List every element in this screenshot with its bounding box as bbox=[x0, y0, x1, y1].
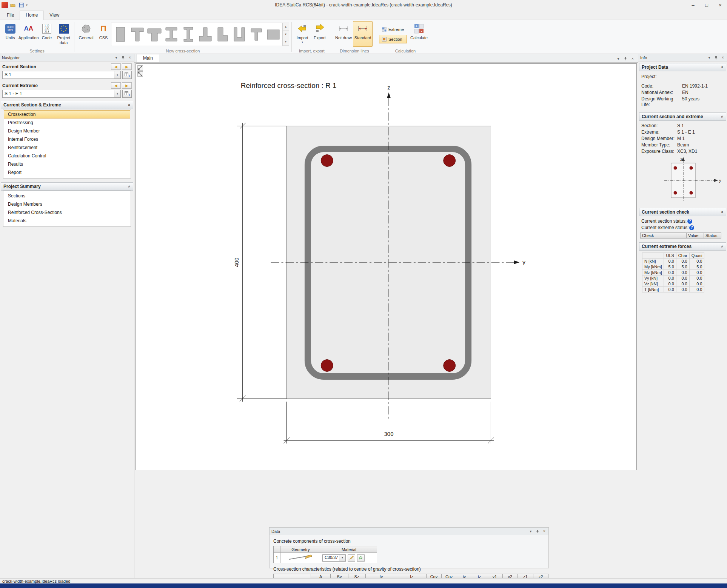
zoom-extents-icon[interactable] bbox=[137, 65, 143, 71]
export-button[interactable]: Export bbox=[311, 21, 328, 47]
tab-file[interactable]: File bbox=[1, 11, 20, 20]
collapse-icon[interactable]: « bbox=[720, 115, 725, 118]
cross-section-template-rect[interactable] bbox=[112, 24, 128, 45]
current-extreme-forces-header[interactable]: Current extreme forces « bbox=[639, 242, 726, 251]
project-data-header[interactable]: Project Data « bbox=[639, 63, 726, 71]
cross-section-template-slab[interactable] bbox=[265, 24, 281, 45]
navigator-dropdown-icon[interactable]: ▾ bbox=[114, 55, 119, 60]
section-prev-button[interactable]: ◀ bbox=[111, 63, 121, 70]
zoom-window-icon[interactable] bbox=[137, 71, 143, 77]
gallery-more-icon[interactable]: ▾ bbox=[283, 38, 289, 46]
data-dropdown-icon[interactable]: ▾ bbox=[528, 529, 533, 534]
save-icon[interactable] bbox=[18, 2, 25, 8]
calculate-button[interactable]: +- Calculate bbox=[408, 21, 430, 47]
not-draw-button[interactable]: Not draw bbox=[334, 21, 353, 47]
standard-button[interactable]: Standard bbox=[353, 21, 373, 47]
nav-item-sections[interactable]: Sections bbox=[4, 192, 130, 200]
section-status-help-icon[interactable]: ? bbox=[687, 219, 692, 224]
ribbon: m kNMPa Units AA Application 1.151.5025.… bbox=[0, 20, 727, 54]
section-button[interactable]: Section bbox=[379, 35, 407, 43]
section-next-button[interactable]: ▶ bbox=[122, 63, 132, 70]
section-extreme-header[interactable]: Current Section & Extreme « bbox=[1, 101, 133, 109]
extreme-status-help-icon[interactable]: ? bbox=[689, 225, 694, 230]
svg-text:-: - bbox=[421, 29, 422, 33]
collapse-icon[interactable]: « bbox=[720, 211, 725, 213]
tabstrip-pin-icon[interactable] bbox=[623, 56, 628, 61]
current-section-extreme-header[interactable]: Current section and extreme « bbox=[639, 112, 726, 121]
cross-section-template-i-beam-narrow[interactable] bbox=[180, 24, 196, 45]
tab-view[interactable]: View bbox=[44, 11, 65, 20]
application-button[interactable]: AA Application bbox=[19, 21, 39, 47]
material-refresh-button[interactable] bbox=[357, 554, 365, 562]
tab-home[interactable]: Home bbox=[20, 11, 44, 20]
collapse-icon[interactable]: « bbox=[720, 245, 725, 248]
gallery-scroll-up-icon[interactable]: ▲ bbox=[283, 23, 289, 31]
current-section-select[interactable]: S 1 ▾ bbox=[2, 71, 121, 79]
units-button[interactable]: m kNMPa Units bbox=[2, 21, 19, 47]
nav-item-reinforcement[interactable]: Reinforcement bbox=[4, 143, 130, 152]
gallery-scroll-down-icon[interactable]: ▼ bbox=[283, 31, 289, 38]
nav-item-design-member[interactable]: Design Member bbox=[4, 127, 130, 135]
section-manager-button[interactable]: + bbox=[122, 71, 132, 79]
current-extreme-select[interactable]: S 1 - E 1 ▾ bbox=[2, 90, 121, 98]
material-dropdown-icon[interactable]: ▾ bbox=[339, 555, 345, 561]
general-button[interactable]: General bbox=[76, 21, 96, 47]
collapse-icon[interactable]: « bbox=[720, 66, 725, 68]
tab-main[interactable]: Main bbox=[137, 54, 159, 62]
nav-item-prestressing[interactable]: Prestressing bbox=[4, 119, 130, 127]
data-close-icon[interactable]: × bbox=[542, 529, 547, 534]
quick-access-toolbar: ▾ bbox=[0, 2, 28, 8]
cross-section-template-small-tee[interactable] bbox=[248, 24, 264, 45]
working-life-value: 50 years bbox=[682, 96, 699, 108]
nav-item-reinforced-cross-sections[interactable]: Reinforced Cross-Sections bbox=[4, 208, 130, 217]
tabstrip-menu-icon[interactable]: ▾ bbox=[616, 56, 621, 61]
maximize-button[interactable]: □ bbox=[700, 0, 713, 10]
geometry-edit-cell[interactable] bbox=[280, 553, 321, 563]
current-section-check-header[interactable]: Current section check « bbox=[639, 208, 726, 216]
nav-item-design-members[interactable]: Design Members bbox=[4, 200, 130, 208]
info-pin-icon[interactable] bbox=[714, 55, 718, 60]
nav-item-report[interactable]: Report bbox=[4, 168, 130, 177]
nav-item-results[interactable]: Results bbox=[4, 160, 130, 168]
navigator-pin-icon[interactable] bbox=[121, 55, 125, 60]
extreme-manager-button[interactable]: + bbox=[122, 90, 132, 98]
material-edit-button[interactable] bbox=[348, 554, 355, 562]
nav-item-cross-section[interactable]: Cross-section bbox=[4, 110, 130, 119]
material-select[interactable]: C30/37 ▾ bbox=[322, 554, 346, 562]
extreme-button[interactable]: Extreme bbox=[379, 25, 407, 34]
quick-access-dropdown-icon[interactable]: ▾ bbox=[26, 3, 28, 7]
project-summary-header[interactable]: Project Summary « bbox=[1, 182, 133, 191]
css-button[interactable]: Π CSS bbox=[96, 21, 111, 47]
cross-section-template-wide-tee[interactable] bbox=[146, 24, 162, 45]
data-pin-icon[interactable] bbox=[535, 529, 540, 534]
info-close-icon[interactable]: × bbox=[721, 55, 725, 60]
current-extreme-dropdown-icon[interactable]: ▾ bbox=[114, 90, 120, 97]
close-button[interactable]: × bbox=[713, 0, 727, 10]
cross-section-template-l-shape[interactable] bbox=[214, 24, 230, 45]
code-button[interactable]: 1.151.5025.8 Code bbox=[39, 21, 55, 47]
import-button[interactable]: Import ▾ bbox=[294, 21, 311, 47]
extreme-next-button[interactable]: ▶ bbox=[122, 82, 132, 89]
cross-section-template-inverted-tee[interactable] bbox=[197, 24, 213, 45]
info-dropdown-icon[interactable]: ▾ bbox=[707, 55, 712, 60]
cross-section-template-i-beam[interactable] bbox=[163, 24, 179, 45]
cross-section-template-u-shape[interactable] bbox=[231, 24, 247, 45]
collapse-icon[interactable]: « bbox=[127, 185, 132, 188]
app-logo-icon[interactable] bbox=[2, 2, 8, 8]
import-dropdown-icon[interactable]: ▾ bbox=[302, 41, 303, 44]
cross-section-template-tee[interactable] bbox=[129, 24, 145, 45]
navigator-close-icon[interactable]: × bbox=[128, 55, 132, 60]
forces-row-n: N [kN] 0.0 0.0 0.0 bbox=[642, 259, 704, 264]
tabstrip-close-icon[interactable]: × bbox=[630, 56, 635, 61]
current-section-dropdown-icon[interactable]: ▾ bbox=[114, 71, 120, 79]
nav-item-calculation-control[interactable]: Calculation Control bbox=[4, 152, 130, 160]
nav-item-materials[interactable]: Materials bbox=[4, 217, 130, 225]
project-data-button[interactable]: Project data bbox=[55, 21, 72, 47]
drawing-canvas[interactable]: Reinforced cross-section : R 1 z y bbox=[136, 63, 637, 470]
extreme-prev-button[interactable]: ◀ bbox=[111, 82, 121, 89]
open-icon[interactable] bbox=[9, 2, 16, 8]
collapse-icon[interactable]: « bbox=[127, 104, 132, 106]
minimize-button[interactable]: – bbox=[686, 0, 700, 10]
nav-item-internal-forces[interactable]: Internal Forces bbox=[4, 135, 130, 143]
forces-row-mz: Mz [kNm] 0.0 0.0 0.0 bbox=[642, 270, 704, 276]
